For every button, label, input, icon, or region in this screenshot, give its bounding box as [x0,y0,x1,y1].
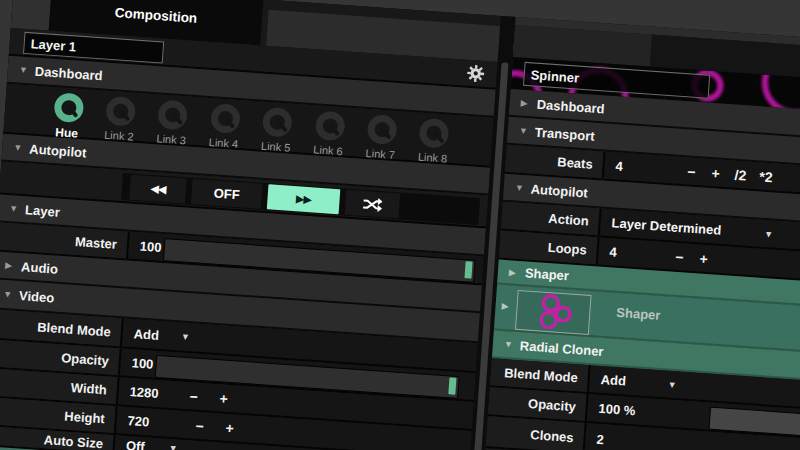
chevron-down-icon: ▼ [181,332,191,343]
dashboard-knob-link-5[interactable]: Link 5 [252,106,301,154]
section-title: Video [19,288,55,305]
off-label: OFF [213,185,240,202]
knob-dial-icon[interactable] [157,99,188,130]
collapse-triangle-icon: ▼ [13,142,30,153]
app-window: Composition Layer [0,0,800,450]
width-increment-button[interactable]: + [219,390,228,407]
knob-needle [224,116,236,128]
beats-increment-button[interactable]: + [711,165,720,182]
knob-needle [328,123,340,135]
width-value: 1280 [120,383,178,402]
expand-triangle-icon: ▶ [5,260,22,271]
knob-needle [67,105,79,117]
master-slider-handle[interactable] [464,261,472,278]
ui-canvas: Composition Layer [0,0,800,450]
autopilot-next-button[interactable]: ▶▶ [267,184,341,214]
height-increment-button[interactable]: + [225,419,234,436]
chevron-down-icon: ▼ [667,379,677,390]
chevron-down-icon: ▼ [168,443,178,450]
knob-dial-icon[interactable] [367,114,398,145]
clip-blend-mode-value: Add [591,371,626,388]
knob-needle [171,112,183,124]
auto-size-value: Off [116,437,145,450]
knob-needle [433,131,445,143]
knob-dial-icon[interactable] [262,107,293,138]
dashboard-knob-link-4[interactable]: Link 4 [200,102,249,150]
clip-opacity-value: 100 % [589,400,636,418]
knob-dial-icon[interactable] [210,103,241,134]
beats-decrement-button[interactable]: − [687,163,696,180]
section-title: Shaper [524,265,569,283]
clones-label: Clones [486,416,587,450]
section-title: Autopilot [29,141,87,160]
collapse-triangle-icon: ▼ [519,126,536,137]
knob-needle [381,127,393,139]
knob-dial-icon[interactable] [314,110,345,141]
expand-triangle-icon: ▶ [509,267,526,278]
section-title: Transport [534,124,595,143]
height-value: 720 [118,412,184,431]
collapse-triangle-icon: ▼ [3,289,20,300]
width-decrement-button[interactable]: − [189,388,198,405]
rewind-icon: ◀◀ [150,182,166,196]
blend-mode-value: Add [124,325,159,342]
dashboard-settings-gear-icon[interactable] [466,64,485,83]
dashboard-knob-link-7[interactable]: Link 7 [357,113,406,161]
dashboard-knob-link-2[interactable]: Link 2 [96,95,145,143]
loops-label: Loops [499,231,600,265]
knob-dial-icon[interactable] [419,118,450,149]
fast-forward-icon: ▶▶ [296,192,312,206]
section-title: Layer [25,202,61,219]
knob-needle [119,109,131,121]
loops-value: 4 [600,244,662,263]
shaper-rings-icon [516,291,588,332]
dashboard-knob-hue[interactable]: Hue [43,92,92,142]
action-label: Action [501,202,602,236]
section-title: Dashboard [536,96,605,116]
section-title: Autopilot [530,181,588,200]
dashboard-knob-link-8[interactable]: Link 8 [409,117,458,165]
clip-opacity-label: Opacity [488,387,589,421]
shuffle-icon [362,196,383,211]
autopilot-off-button[interactable]: OFF [191,179,263,209]
clip-blend-mode-label: Blend Mode [490,358,591,392]
clones-value: 2 [587,431,604,447]
autopilot-random-button[interactable] [345,190,401,219]
section-title: Audio [21,259,59,277]
knob-dial-icon[interactable] [105,96,136,127]
section-title: Dashboard [34,63,103,83]
tab-bar-corner [11,0,52,31]
section-title: Radial Cloner [519,338,604,359]
tab-composition-label: Composition [114,5,197,26]
height-decrement-button[interactable]: − [195,417,204,434]
collapse-triangle-icon: ▼ [504,339,521,350]
loops-decrement-button[interactable]: − [675,248,684,265]
expand-triangle-icon: ▶ [520,98,537,109]
beats-double-button[interactable]: *2 [759,168,773,185]
dashboard-knob-link-3[interactable]: Link 3 [148,99,197,147]
shaper-thumbnail[interactable] [515,290,592,335]
collapse-triangle-icon: ▼ [19,65,36,76]
chevron-down-icon: ▼ [764,228,774,239]
knob-dial-icon[interactable] [53,92,84,123]
knob-needle [276,120,288,132]
beats-label: Beats [505,145,606,179]
beats-value: 4 [606,158,674,178]
composition-layer-panel: Composition Layer [0,0,501,450]
action-value: Layer Determined [602,215,722,238]
autopilot-previous-button[interactable]: ◀◀ [129,175,187,204]
collapse-triangle-icon: ▼ [9,203,26,214]
opacity-slider-handle[interactable] [448,377,456,394]
clip-panel: Clip ▶ Dashboard ▼ Transport [482,17,800,450]
shaper-item-label: Shaper [607,304,661,323]
beats-halve-button[interactable]: /2 [734,166,747,183]
loops-increment-button[interactable]: + [699,250,708,267]
collapse-triangle-icon: ▼ [515,182,532,193]
dashboard-knob-link-6[interactable]: Link 6 [305,110,354,158]
